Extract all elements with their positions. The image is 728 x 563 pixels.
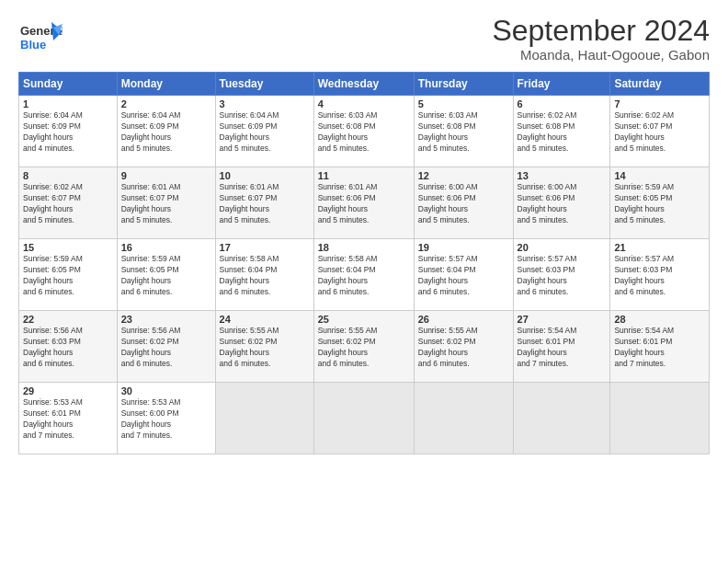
calendar-cell: 20Sunrise: 5:57 AMSunset: 6:03 PMDayligh…: [513, 239, 610, 311]
day-number: 1: [23, 98, 113, 109]
day-info: Sunrise: 6:01 AMSunset: 6:07 PMDaylight …: [220, 182, 310, 226]
day-info: Sunrise: 5:54 AMSunset: 6:01 PMDaylight …: [614, 326, 705, 370]
day-number: 5: [418, 98, 509, 109]
calendar-subtitle: Moanda, Haut-Ogooue, Gabon: [492, 47, 710, 63]
calendar-cell: 8Sunrise: 6:02 AMSunset: 6:07 PMDaylight…: [19, 167, 118, 239]
day-info: Sunrise: 5:53 AMSunset: 6:01 PMDaylight …: [23, 397, 113, 442]
calendar-cell: 4Sunrise: 6:03 AMSunset: 6:08 PMDaylight…: [313, 96, 414, 167]
page: General Blue September 2024 Moanda, Haut…: [0, 0, 728, 563]
title-block: September 2024 Moanda, Haut-Ogooue, Gabo…: [492, 15, 710, 63]
day-number: 19: [418, 242, 509, 253]
day-info: Sunrise: 6:03 AMSunset: 6:08 PMDaylight …: [418, 110, 509, 155]
calendar-cell: 27Sunrise: 5:54 AMSunset: 6:01 PMDayligh…: [513, 311, 610, 383]
day-number: 6: [518, 98, 607, 109]
day-number: 21: [614, 242, 705, 253]
day-number: 17: [220, 242, 310, 253]
day-number: 25: [318, 314, 410, 325]
day-number: 16: [121, 242, 211, 253]
day-info: Sunrise: 5:53 AMSunset: 6:00 PMDaylight …: [121, 397, 211, 442]
calendar-cell: 11Sunrise: 6:01 AMSunset: 6:06 PMDayligh…: [313, 167, 414, 239]
calendar-cell: 3Sunrise: 6:04 AMSunset: 6:09 PMDaylight…: [215, 96, 313, 167]
day-info: Sunrise: 6:00 AMSunset: 6:06 PMDaylight …: [518, 182, 607, 226]
calendar-cell: 28Sunrise: 5:54 AMSunset: 6:01 PMDayligh…: [610, 311, 710, 383]
calendar-header-row: Sunday Monday Tuesday Wednesday Thursday…: [19, 73, 710, 96]
calendar-title: September 2024: [492, 15, 710, 47]
day-number: 28: [614, 314, 705, 325]
calendar-week-row: 1Sunrise: 6:04 AMSunset: 6:09 PMDaylight…: [19, 96, 710, 167]
day-number: 15: [23, 242, 113, 253]
calendar-cell: 10Sunrise: 6:01 AMSunset: 6:07 PMDayligh…: [215, 167, 313, 239]
day-info: Sunrise: 5:57 AMSunset: 6:04 PMDaylight …: [418, 254, 509, 298]
day-info: Sunrise: 6:02 AMSunset: 6:07 PMDaylight …: [23, 182, 113, 226]
calendar-cell: 6Sunrise: 6:02 AMSunset: 6:08 PMDaylight…: [513, 96, 610, 167]
calendar-cell: 17Sunrise: 5:58 AMSunset: 6:04 PMDayligh…: [215, 239, 313, 311]
day-info: Sunrise: 5:56 AMSunset: 6:02 PMDaylight …: [121, 326, 211, 370]
calendar-cell: [610, 383, 710, 454]
calendar-cell: 29Sunrise: 5:53 AMSunset: 6:01 PMDayligh…: [19, 383, 118, 454]
day-info: Sunrise: 6:01 AMSunset: 6:07 PMDaylight …: [121, 182, 211, 226]
calendar-cell: [513, 383, 610, 454]
calendar-cell: 25Sunrise: 5:55 AMSunset: 6:02 PMDayligh…: [313, 311, 414, 383]
day-number: 27: [518, 314, 607, 325]
day-info: Sunrise: 5:55 AMSunset: 6:02 PMDaylight …: [418, 326, 509, 370]
calendar-cell: 22Sunrise: 5:56 AMSunset: 6:03 PMDayligh…: [19, 311, 118, 383]
day-number: 29: [23, 385, 113, 396]
day-info: Sunrise: 5:55 AMSunset: 6:02 PMDaylight …: [220, 326, 310, 370]
calendar-cell: 24Sunrise: 5:55 AMSunset: 6:02 PMDayligh…: [215, 311, 313, 383]
day-number: 30: [121, 385, 211, 396]
calendar-cell: 19Sunrise: 5:57 AMSunset: 6:04 PMDayligh…: [414, 239, 513, 311]
calendar-cell: [414, 383, 513, 454]
day-info: Sunrise: 5:54 AMSunset: 6:01 PMDaylight …: [518, 326, 607, 370]
col-wednesday: Wednesday: [313, 73, 414, 96]
day-info: Sunrise: 5:59 AMSunset: 6:05 PMDaylight …: [121, 254, 211, 298]
day-info: Sunrise: 6:01 AMSunset: 6:06 PMDaylight …: [318, 182, 410, 226]
logo: General Blue: [18, 15, 63, 63]
calendar-table: Sunday Monday Tuesday Wednesday Thursday…: [18, 72, 710, 454]
calendar-week-row: 22Sunrise: 5:56 AMSunset: 6:03 PMDayligh…: [19, 311, 710, 383]
calendar-cell: 30Sunrise: 5:53 AMSunset: 6:00 PMDayligh…: [117, 383, 215, 454]
header: General Blue September 2024 Moanda, Haut…: [18, 15, 710, 63]
day-number: 7: [614, 98, 705, 109]
calendar-cell: 7Sunrise: 6:02 AMSunset: 6:07 PMDaylight…: [610, 96, 710, 167]
calendar-cell: 9Sunrise: 6:01 AMSunset: 6:07 PMDaylight…: [117, 167, 215, 239]
calendar-cell: [215, 383, 313, 454]
calendar-cell: 2Sunrise: 6:04 AMSunset: 6:09 PMDaylight…: [117, 96, 215, 167]
calendar-week-row: 8Sunrise: 6:02 AMSunset: 6:07 PMDaylight…: [19, 167, 710, 239]
col-thursday: Thursday: [414, 73, 513, 96]
day-number: 18: [318, 242, 410, 253]
col-tuesday: Tuesday: [215, 73, 313, 96]
day-number: 10: [220, 170, 310, 181]
day-info: Sunrise: 6:04 AMSunset: 6:09 PMDaylight …: [23, 110, 113, 155]
calendar-week-row: 15Sunrise: 5:59 AMSunset: 6:05 PMDayligh…: [19, 239, 710, 311]
day-info: Sunrise: 6:03 AMSunset: 6:08 PMDaylight …: [318, 110, 410, 155]
day-number: 24: [220, 314, 310, 325]
day-number: 22: [23, 314, 113, 325]
day-number: 4: [318, 98, 410, 109]
day-info: Sunrise: 6:02 AMSunset: 6:07 PMDaylight …: [614, 110, 705, 155]
calendar-cell: 12Sunrise: 6:00 AMSunset: 6:06 PMDayligh…: [414, 167, 513, 239]
day-number: 26: [418, 314, 509, 325]
col-sunday: Sunday: [19, 73, 118, 96]
svg-text:Blue: Blue: [20, 38, 46, 52]
day-number: 3: [220, 98, 310, 109]
col-saturday: Saturday: [610, 73, 710, 96]
calendar-cell: 26Sunrise: 5:55 AMSunset: 6:02 PMDayligh…: [414, 311, 513, 383]
day-number: 12: [418, 170, 509, 181]
day-info: Sunrise: 6:04 AMSunset: 6:09 PMDaylight …: [220, 110, 310, 155]
calendar-cell: 18Sunrise: 5:58 AMSunset: 6:04 PMDayligh…: [313, 239, 414, 311]
day-number: 8: [23, 170, 113, 181]
calendar-week-row: 29Sunrise: 5:53 AMSunset: 6:01 PMDayligh…: [19, 383, 710, 454]
day-info: Sunrise: 5:55 AMSunset: 6:02 PMDaylight …: [318, 326, 410, 370]
day-info: Sunrise: 5:57 AMSunset: 6:03 PMDaylight …: [518, 254, 607, 298]
day-info: Sunrise: 5:56 AMSunset: 6:03 PMDaylight …: [23, 326, 113, 370]
day-number: 11: [318, 170, 410, 181]
calendar-cell: 16Sunrise: 5:59 AMSunset: 6:05 PMDayligh…: [117, 239, 215, 311]
day-number: 9: [121, 170, 211, 181]
day-info: Sunrise: 6:02 AMSunset: 6:08 PMDaylight …: [518, 110, 607, 155]
day-info: Sunrise: 6:04 AMSunset: 6:09 PMDaylight …: [121, 110, 211, 155]
calendar-cell: 13Sunrise: 6:00 AMSunset: 6:06 PMDayligh…: [513, 167, 610, 239]
day-number: 23: [121, 314, 211, 325]
day-number: 2: [121, 98, 211, 109]
calendar-cell: 14Sunrise: 5:59 AMSunset: 6:05 PMDayligh…: [610, 167, 710, 239]
logo-icon: General Blue: [18, 15, 63, 59]
